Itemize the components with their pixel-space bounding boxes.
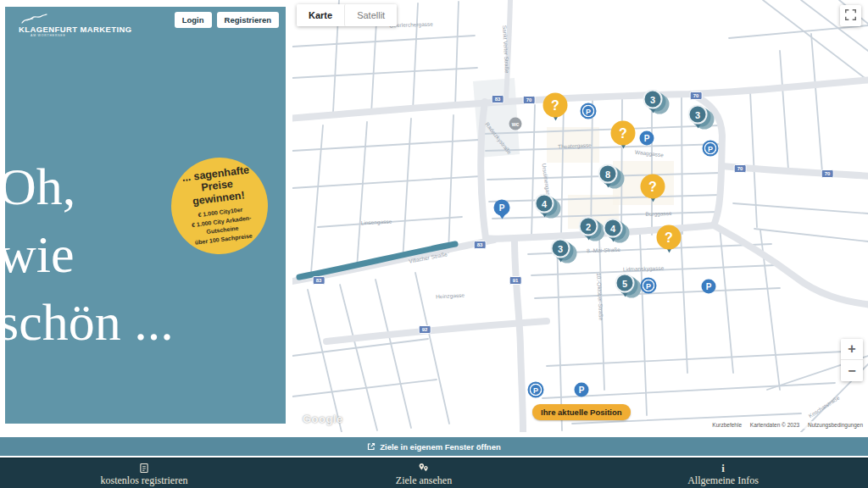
zoom-in-button[interactable]: + [841,339,863,360]
parking-garage-marker[interactable]: P [581,103,597,119]
fullscreen-button[interactable] [840,5,861,26]
prize-badge: ... sagenhafte Preise gewinnen! € 1.000 … [165,152,273,259]
street-label: Burggasse [645,210,671,217]
cluster-marker[interactable]: 3 [643,90,663,109]
city-map[interactable]: OberlerchergasseSankt Veiter StraßeRadet… [292,0,868,432]
parking-garage-marker[interactable]: P [528,382,544,398]
info-icon: i [687,462,759,474]
open-in-window-bar[interactable]: Ziele in eigenem Fenster öffnen [0,437,868,456]
map-attribution: Kurzbefehle Kartendaten © 2023 Nutzungsb… [704,421,865,429]
cluster-marker[interactable]: 3 [688,105,708,125]
register-button[interactable]: Registrieren [217,12,279,28]
fullscreen-icon [845,9,856,23]
question-marker[interactable]: ? [641,175,665,199]
register-form-icon [101,462,188,474]
cluster-marker[interactable]: 3 [551,239,570,258]
parking-marker[interactable]: P [575,383,589,397]
footer-item-infos[interactable]: i Allgemeine Infos [687,462,759,487]
map-pins-icon [396,462,452,474]
lend-canal [299,244,455,277]
hero-line-1: Oh, [5,152,174,220]
swallow-bird-icon [19,14,132,25]
hero-line-3: schön ... [5,288,174,356]
zoom-out-button[interactable]: − [841,360,863,381]
road-shield: 70 [690,92,703,100]
login-button[interactable]: Login [175,12,212,28]
prize-badge-items: € 1.000 City10er € 1.000 City Arkaden-Gu… [181,203,264,248]
open-in-window-label: Ziele in eigenem Fenster öffnen [380,442,501,452]
hero-headline: Oh, wie schön ... [5,152,174,356]
footer-label: Allgemeine Infos [687,474,759,487]
google-watermark[interactable]: Google [303,413,343,425]
map-tab-karte[interactable]: Karte [297,4,344,26]
map-zoom-control: + − [841,339,863,381]
road-shield: 70 [821,169,834,178]
cluster-marker[interactable]: 4 [604,219,623,238]
road-shield: 92 [419,325,431,334]
brand-tagline: AM WÖRTHERSEE [31,34,132,37]
terms-link[interactable]: Nutzungsbedingungen [808,422,863,428]
parking-marker[interactable]: P [640,131,654,146]
parking-pin-marker[interactable]: P [494,200,510,216]
current-position-label[interactable]: Ihre aktuelle Position [532,404,631,420]
prize-badge-title: ... sagenhafte Preise gewinnen! [173,163,262,209]
question-marker[interactable]: ? [611,121,636,146]
map-tab-satellit[interactable]: Satellit [344,4,397,26]
footer-item-register[interactable]: kostenlos registrieren [101,462,188,487]
footer-nav: kostenlos registrieren Ziele ansehen i A… [0,458,868,488]
hero-line-2: wie [5,220,174,288]
external-link-icon [367,439,376,454]
street-label: 8.-Mai-Straße [587,247,620,253]
road-shield: 83 [492,95,504,103]
cluster-marker[interactable]: 4 [535,194,554,214]
question-marker[interactable]: ? [657,225,682,250]
cluster-marker[interactable]: 8 [598,164,618,184]
road-shield: 83 [474,241,487,249]
wc-marker[interactable]: wc [509,118,522,130]
road-shield: 91 [509,276,522,285]
road-shield: 70 [523,96,536,104]
footer-label: kostenlos registrieren [101,474,188,487]
brand-logo[interactable]: KLAGENFURT MARKETING AM WÖRTHERSEE [19,14,132,37]
parking-garage-marker[interactable]: P [703,141,719,157]
question-marker[interactable]: ? [543,93,568,118]
footer-item-ziele[interactable]: Ziele ansehen [396,462,452,487]
road-shield: 70 [734,164,747,173]
road-shield: 83 [313,276,326,285]
map-type-switcher: Karte Satellit [297,4,397,26]
cluster-marker[interactable]: 5 [615,274,635,293]
brand-name: KLAGENFURT MARKETING [19,25,132,34]
cluster-marker[interactable]: 2 [579,217,598,236]
promo-panel: KLAGENFURT MARKETING AM WÖRTHERSEE Login… [5,7,286,424]
parking-garage-marker[interactable]: P [641,278,657,294]
footer-label: Ziele ansehen [396,474,452,487]
parking-marker[interactable]: P [702,280,716,294]
map-data-copyright: Kartendaten © 2023 [750,422,799,428]
shortcuts-link[interactable]: Kurzbefehle [712,422,742,428]
